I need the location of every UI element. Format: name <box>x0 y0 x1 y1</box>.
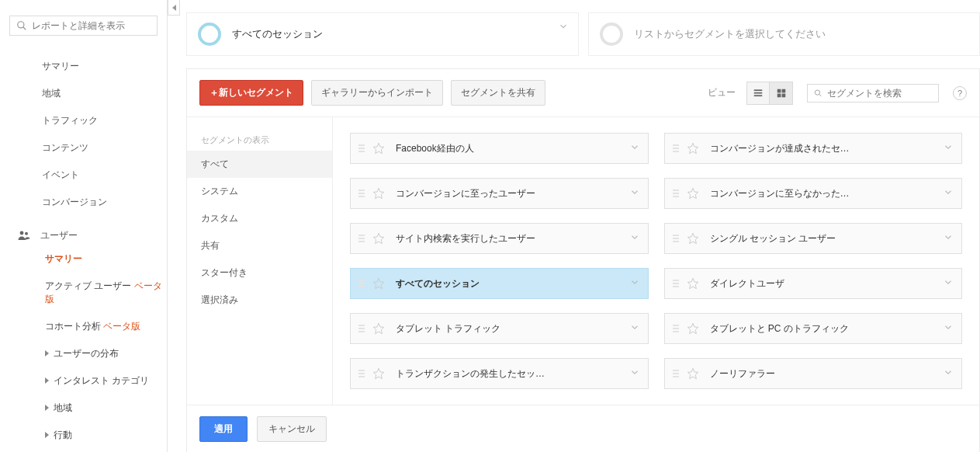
chevron-down-icon[interactable] <box>629 322 640 336</box>
sidebar-top-item[interactable]: トラフィック <box>0 107 167 134</box>
segment-card-title: タブレット トラフィック <box>396 322 640 336</box>
filter-system[interactable]: システム <box>187 178 332 205</box>
svg-rect-8 <box>781 89 785 92</box>
chevron-down-icon[interactable] <box>629 187 640 200</box>
sidebar-search-input[interactable] <box>32 20 151 31</box>
sidebar-expand-item[interactable]: 行動 <box>0 422 167 449</box>
view-grid-button[interactable] <box>770 82 793 105</box>
star-icon[interactable] <box>372 142 385 155</box>
chevron-down-icon[interactable] <box>629 367 640 381</box>
segment-card-title: タブレットと PC のトラフィック <box>710 322 954 336</box>
sidebar-top-item[interactable]: コンバージョン <box>0 189 167 216</box>
triangle-left-icon <box>172 5 176 11</box>
sidebar-sub-summary[interactable]: サマリー <box>0 245 167 273</box>
star-icon[interactable] <box>372 322 385 335</box>
segment-card-title: シングル セッション ユーザー <box>710 232 954 245</box>
sidebar-expand-item[interactable]: ユーザーの環境 <box>0 449 167 452</box>
star-icon[interactable] <box>372 232 385 245</box>
sidebar-top-item[interactable]: イベント <box>0 162 167 189</box>
segment-add-box[interactable]: リストからセグメントを選択してください <box>588 12 981 56</box>
chevron-down-icon[interactable] <box>943 367 954 381</box>
new-segment-button[interactable]: ＋新しいセグメント <box>199 80 303 106</box>
segment-card[interactable]: Facebook経由の人 <box>350 133 649 164</box>
star-icon[interactable] <box>687 322 699 335</box>
segment-card-title: ノーリファラー <box>710 367 954 381</box>
sidebar-top-item[interactable]: サマリー <box>0 53 167 80</box>
segment-card[interactable]: すべてのセッション <box>350 268 649 299</box>
grip-icon <box>673 325 679 332</box>
chevron-down-icon[interactable] <box>943 322 954 336</box>
sidebar-top-item[interactable]: 地域 <box>0 80 167 107</box>
chevron-down-icon[interactable] <box>943 187 954 200</box>
svg-point-2 <box>20 231 24 235</box>
star-icon[interactable] <box>372 367 385 380</box>
star-icon[interactable] <box>687 277 699 290</box>
import-gallery-button[interactable]: ギャラリーからインポート <box>311 80 443 106</box>
chevron-down-icon[interactable] <box>629 142 640 155</box>
star-icon[interactable] <box>687 367 699 380</box>
segment-filters: セグメントの表示 すべて システム カスタム 共有 スター付き 選択済み <box>187 117 333 405</box>
segment-card[interactable]: サイト内検索を実行したユーザー <box>350 223 649 254</box>
filter-custom[interactable]: カスタム <box>187 205 332 232</box>
apply-button[interactable]: 適用 <box>199 416 248 442</box>
view-list-button[interactable] <box>746 82 770 105</box>
segment-bar: すべてのセッション リストからセグメントを選択してください <box>186 0 980 68</box>
sidebar-expand-item[interactable]: ユーザーの分布 <box>0 340 167 367</box>
filter-selected[interactable]: 選択済み <box>187 287 332 314</box>
segment-card-title: トランザクションの発生したセッ… <box>396 367 640 381</box>
svg-marker-17 <box>373 233 383 243</box>
filter-starred[interactable]: スター付き <box>187 259 332 287</box>
filter-shared[interactable]: 共有 <box>187 232 332 259</box>
star-icon[interactable] <box>372 187 385 200</box>
segment-card-title: コンバージョンに至らなかった… <box>710 187 954 200</box>
segment-card[interactable]: タブレット トラフィック <box>350 313 649 344</box>
filters-header: セグメントの表示 <box>187 134 332 151</box>
cancel-button[interactable]: キャンセル <box>257 416 327 442</box>
help-button[interactable]: ? <box>953 86 967 100</box>
grip-icon <box>673 235 679 242</box>
sidebar: サマリー 地域 トラフィック コンテンツ イベント コンバージョン ユーザー サ… <box>0 0 168 452</box>
chevron-down-icon[interactable] <box>943 232 954 245</box>
svg-marker-13 <box>373 143 383 153</box>
sidebar-sub-cohort[interactable]: コホート分析 ベータ版 <box>0 313 167 340</box>
segment-current-box[interactable]: すべてのセッション <box>186 12 579 56</box>
segment-card-title: ダイレクトユーザ <box>710 277 954 290</box>
sidebar-item-label: インタレスト カテゴリ <box>54 375 149 386</box>
segment-card[interactable]: コンバージョンに至らなかった… <box>664 178 963 209</box>
segment-search[interactable] <box>807 84 939 103</box>
grip-icon <box>673 189 679 197</box>
sidebar-expand-item[interactable]: 地域 <box>0 395 167 422</box>
sidebar-collapse-handle[interactable] <box>168 0 180 16</box>
star-icon[interactable] <box>687 187 699 200</box>
segment-card[interactable]: シングル セッション ユーザー <box>664 223 963 254</box>
sidebar-sub-active-users[interactable]: アクティブ ユーザー ベータ版 <box>0 273 167 313</box>
svg-rect-5 <box>754 92 763 93</box>
segment-card[interactable]: タブレットと PC のトラフィック <box>664 313 963 344</box>
svg-rect-7 <box>777 89 781 92</box>
triangle-icon <box>45 377 49 384</box>
sidebar-item-label: 地域 <box>54 402 72 413</box>
filter-all[interactable]: すべて <box>187 151 332 178</box>
sidebar-search[interactable] <box>9 16 158 36</box>
chevron-down-icon[interactable] <box>943 277 954 290</box>
share-segment-button[interactable]: セグメントを共有 <box>451 80 545 106</box>
segment-card[interactable]: トランザクションの発生したセッ… <box>350 358 649 389</box>
sidebar-section-user[interactable]: ユーザー <box>0 216 167 245</box>
segment-search-input[interactable] <box>827 88 932 99</box>
segment-card[interactable]: ノーリファラー <box>664 358 963 389</box>
segment-card[interactable]: コンバージョンに至ったユーザー <box>350 178 649 209</box>
grip-icon <box>358 189 365 197</box>
sidebar-top-item[interactable]: コンテンツ <box>0 134 167 162</box>
star-icon[interactable] <box>687 232 699 245</box>
sidebar-expand-item[interactable]: インタレスト カテゴリ <box>0 367 167 395</box>
grip-icon <box>358 280 365 287</box>
segment-card[interactable]: ダイレクトユーザ <box>664 268 963 299</box>
segment-card-title: Facebook経由の人 <box>396 142 640 155</box>
sidebar-section-label: ユーザー <box>40 229 78 242</box>
chevron-down-icon[interactable] <box>629 232 640 245</box>
star-icon[interactable] <box>687 142 699 155</box>
segment-card[interactable]: コンバージョンが達成されたセ… <box>664 133 963 164</box>
chevron-down-icon[interactable] <box>943 142 954 155</box>
star-icon[interactable] <box>372 277 385 290</box>
chevron-down-icon[interactable] <box>629 277 640 290</box>
